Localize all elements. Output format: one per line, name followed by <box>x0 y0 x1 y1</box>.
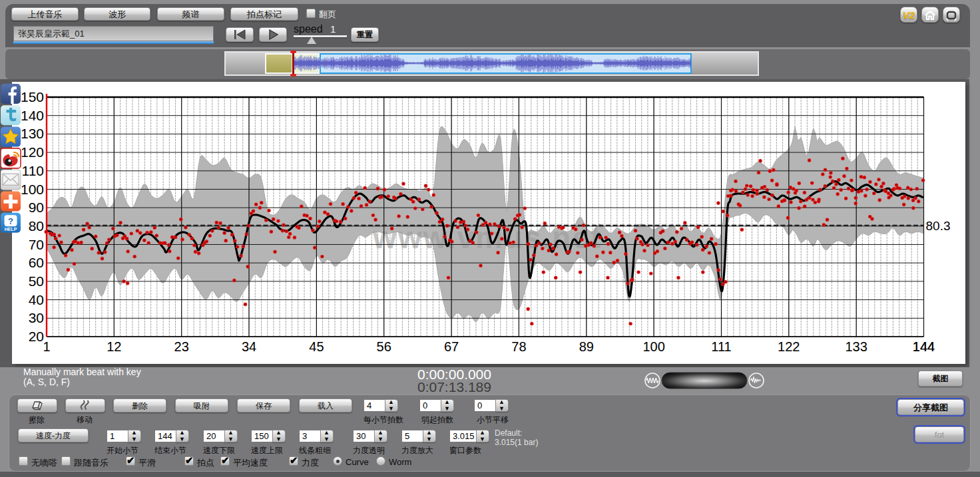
svg-text:100: 100 <box>642 339 664 354</box>
svg-text:50: 50 <box>29 273 44 289</box>
svg-text:133: 133 <box>846 339 867 354</box>
svg-text:80.3: 80.3 <box>926 219 951 233</box>
svg-text:23: 23 <box>174 339 189 354</box>
svg-text:140: 140 <box>21 108 44 123</box>
svg-text:30: 30 <box>29 310 44 325</box>
svg-text:80: 80 <box>29 218 44 234</box>
svg-text:90: 90 <box>29 200 44 215</box>
svg-text:144: 144 <box>913 339 935 354</box>
svg-text:110: 110 <box>22 163 44 178</box>
svg-text:67: 67 <box>444 339 459 354</box>
svg-text:122: 122 <box>778 339 800 354</box>
svg-text:56: 56 <box>377 339 391 354</box>
svg-text:?: ? <box>8 216 13 226</box>
svg-text:20: 20 <box>29 329 44 344</box>
svg-text:40: 40 <box>29 292 44 307</box>
svg-text:111: 111 <box>711 339 731 354</box>
svg-text:12: 12 <box>107 339 121 354</box>
svg-text:60: 60 <box>29 255 44 270</box>
svg-text:45: 45 <box>309 339 324 354</box>
svg-text:34: 34 <box>242 339 256 354</box>
svg-text:89: 89 <box>579 339 594 354</box>
svg-text:100: 100 <box>21 182 44 197</box>
svg-text:HELP: HELP <box>5 227 17 232</box>
svg-text:120: 120 <box>21 144 44 160</box>
svg-text:78: 78 <box>511 339 526 354</box>
svg-text:130: 130 <box>21 126 44 141</box>
svg-text:70: 70 <box>29 237 44 252</box>
svg-text:150: 150 <box>21 89 44 104</box>
svg-text:1: 1 <box>43 339 50 354</box>
